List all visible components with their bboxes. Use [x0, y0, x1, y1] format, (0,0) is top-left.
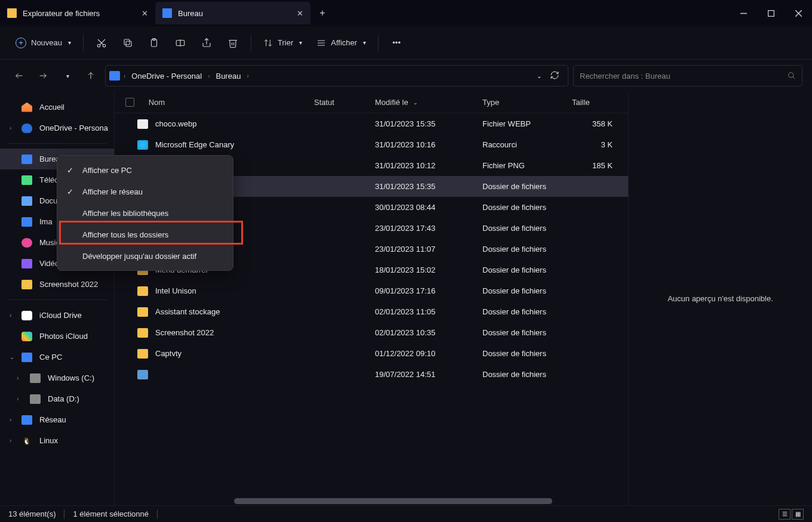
sidebar-item-linux[interactable]: ›🐧Linux: [0, 430, 114, 451]
rename-button[interactable]: [168, 32, 192, 54]
details-view-icon[interactable]: ☰: [779, 509, 791, 520]
cloud-icon: [21, 123, 32, 133]
file-size: 3 K: [572, 140, 617, 149]
refresh-icon[interactable]: [550, 70, 559, 82]
chevron-down-icon: ▾: [299, 39, 302, 46]
context-menu-item[interactable]: Afficher tous les dossiers: [57, 224, 233, 245]
sidebar-item-icloud[interactable]: ›iCloud Drive: [0, 305, 114, 326]
table-row[interactable]: 19/07/2022 14:51 Dossier de fichiers: [115, 364, 628, 385]
sidebar-item-network[interactable]: ›Réseau: [0, 409, 114, 430]
close-button[interactable]: [785, 0, 812, 26]
chevron-right-icon[interactable]: ›: [10, 437, 11, 444]
header-status[interactable]: Statut: [314, 98, 375, 107]
cut-button[interactable]: [90, 32, 113, 54]
breadcrumb-item[interactable]: Bureau: [213, 72, 243, 81]
horizontal-scrollbar[interactable]: [234, 497, 622, 505]
back-button[interactable]: [10, 66, 29, 85]
chevron-right-icon[interactable]: ›: [17, 396, 19, 402]
view-label: Afficher: [331, 38, 357, 47]
file-type: Dossier de fichiers: [482, 286, 572, 295]
file-modified: 23/01/2023 17:43: [375, 224, 482, 233]
file-type: Dossier de fichiers: [482, 182, 572, 191]
network-icon: [21, 415, 32, 425]
new-tab-button[interactable]: +: [310, 8, 334, 18]
file-type: Dossier de fichiers: [482, 265, 572, 274]
file-modified: 02/01/2023 10:35: [375, 328, 482, 337]
breadcrumb-item[interactable]: OneDrive - Personal: [129, 72, 204, 81]
check-icon: ✓: [67, 187, 73, 196]
window-controls: [730, 0, 812, 26]
sidebar-item-screenshot[interactable]: Screenshot 2022: [0, 274, 114, 295]
file-name: choco.webp: [155, 119, 196, 128]
dropdown-icon[interactable]: ⌄: [537, 73, 542, 79]
table-row[interactable]: Screenshot 2022 02/01/2023 10:35 Dossier…: [115, 322, 628, 343]
table-row[interactable]: choco.webp 31/01/2023 15:35 Fichier WEBP…: [115, 113, 628, 134]
separator: [157, 509, 158, 519]
chevron-down-icon: ▾: [68, 39, 71, 46]
pc-icon: [21, 353, 32, 362]
close-icon[interactable]: ✕: [297, 9, 303, 18]
sidebar-item-onedrive[interactable]: ›OneDrive - Persona: [0, 118, 114, 138]
chevron-down-icon[interactable]: ⌄: [10, 354, 14, 360]
sort-button[interactable]: Trier ▾: [257, 32, 308, 54]
header-name[interactable]: Nom: [125, 98, 314, 107]
context-menu-item[interactable]: Afficher les bibliothèques: [57, 202, 233, 224]
table-row[interactable]: Assistant stockage 02/01/2023 11:05 Doss…: [115, 301, 628, 322]
chevron-right-icon[interactable]: ›: [17, 375, 19, 381]
forward-button[interactable]: [33, 66, 53, 85]
close-icon[interactable]: ✕: [142, 9, 148, 18]
table-row[interactable]: Intel Unison 09/01/2023 17:16 Dossier de…: [115, 280, 628, 301]
desktop-icon: [162, 8, 172, 18]
table-row[interactable]: Microsoft Edge Canary 31/01/2023 10:16 R…: [115, 134, 628, 155]
sidebar-item-photos-icloud[interactable]: Photos iCloud: [0, 326, 114, 347]
new-button[interactable]: + Nouveau ▾: [10, 32, 77, 54]
address-bar[interactable]: › OneDrive - Personal › Bureau › ⌄: [105, 65, 568, 87]
context-menu-item[interactable]: Développer jusqu'au dossier actif: [57, 245, 233, 267]
chevron-right-icon[interactable]: ›: [10, 312, 11, 319]
file-type: Dossier de fichiers: [482, 328, 572, 337]
file-icon: [137, 140, 148, 150]
context-menu-label: Afficher tous les dossiers: [82, 230, 168, 239]
file-size: 358 K: [572, 119, 617, 128]
context-menu: ✓Afficher ce PC✓Afficher le réseauAffich…: [57, 155, 233, 271]
tab-bureau[interactable]: Bureau ✕: [155, 2, 310, 24]
maximize-button[interactable]: [757, 0, 785, 26]
chevron-right-icon[interactable]: ›: [10, 125, 11, 131]
file-modified: 19/07/2022 14:51: [375, 370, 482, 379]
sidebar-item-label: Accueil: [39, 103, 64, 112]
view-button[interactable]: Afficher ▾: [310, 32, 372, 54]
chevron-right-icon[interactable]: ›: [10, 416, 11, 423]
file-name: Assistant stockage: [155, 307, 220, 316]
sidebar-item-home[interactable]: Accueil: [0, 97, 114, 118]
sidebar-item-thispc[interactable]: ⌄Ce PC: [0, 347, 114, 367]
paste-button[interactable]: [142, 32, 166, 54]
context-menu-item[interactable]: ✓Afficher le réseau: [57, 181, 233, 202]
search-input[interactable]: Rechercher dans : Bureau: [573, 65, 802, 87]
select-all-checkbox[interactable]: [125, 98, 134, 107]
chevron-right-icon: ›: [124, 73, 125, 79]
context-menu-item[interactable]: ✓Afficher ce PC: [57, 159, 233, 181]
up-button[interactable]: [81, 66, 100, 85]
scrollbar-thumb[interactable]: [234, 498, 552, 504]
minimize-button[interactable]: [730, 0, 757, 26]
thumbnails-view-icon[interactable]: ▦: [792, 509, 804, 520]
delete-button[interactable]: [221, 32, 245, 54]
check-icon: ✓: [67, 166, 73, 175]
sidebar-item-label: Screenshot 2022: [39, 280, 98, 289]
header-type[interactable]: Type: [482, 98, 572, 107]
recent-button[interactable]: ▾: [57, 66, 76, 85]
file-icon: [137, 328, 148, 338]
separator: [378, 35, 379, 51]
share-button[interactable]: [195, 32, 219, 54]
separator: [83, 35, 84, 51]
table-row[interactable]: Captvty 01/12/2022 09:10 Dossier de fich…: [115, 343, 628, 364]
header-size[interactable]: Taille: [572, 98, 617, 107]
header-modified[interactable]: Modifié le⌄: [375, 98, 482, 107]
more-button[interactable]: •••: [385, 32, 408, 54]
sidebar-item-drive-c[interactable]: ›Windows (C:): [0, 367, 114, 388]
sidebar-item-drive-d[interactable]: ›Data (D:): [0, 388, 114, 409]
tab-explorer[interactable]: Explorateur de fichiers ✕: [0, 2, 155, 24]
desktop-icon: [109, 71, 120, 81]
copy-button[interactable]: [116, 32, 140, 54]
svg-rect-1: [768, 10, 774, 16]
